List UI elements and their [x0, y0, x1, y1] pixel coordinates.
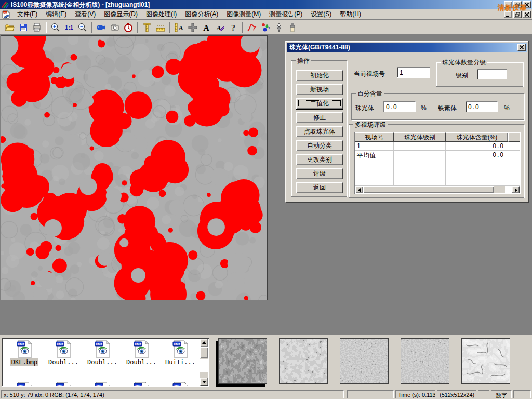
col-field: 视场号 — [355, 132, 394, 142]
file-browser[interactable]: BMP DKF.bmp BMP Doubl... — [2, 338, 209, 387]
level-input[interactable] — [477, 69, 507, 79]
file-vscrollbar[interactable] — [200, 339, 208, 386]
file-item-partial[interactable]: BMP — [122, 382, 161, 387]
file-item[interactable]: BMP Doubl... — [83, 340, 122, 366]
restore-button[interactable] — [513, 1, 522, 8]
close-button[interactable] — [523, 1, 531, 8]
text-measure-icon[interactable]: A — [172, 21, 186, 34]
file-item[interactable]: BMP DKF.bmp — [5, 340, 44, 366]
file-item-partial[interactable]: BMP — [83, 382, 122, 387]
thumbnail-4[interactable] — [401, 338, 449, 384]
pick-pearlite-button[interactable]: 点取珠光体 — [296, 126, 343, 137]
scroll-left-button[interactable] — [355, 186, 363, 193]
mdi-close-button[interactable] — [523, 11, 531, 18]
help-icon[interactable]: ? — [227, 21, 240, 34]
auto-classify-button[interactable]: 自动分类 — [296, 140, 343, 151]
current-field-input[interactable] — [397, 67, 430, 78]
file-item[interactable]: BMP HuiTi... — [161, 340, 200, 366]
thumbnail-3[interactable] — [340, 338, 389, 384]
classify-points-icon[interactable]: 23 — [259, 21, 272, 34]
dialog-close-button[interactable] — [517, 44, 526, 51]
file-name[interactable]: Doubl... — [47, 358, 79, 366]
percent-group: 百分含量 珠光体 % 铁素体 % — [351, 93, 524, 120]
initialize-button[interactable]: 初始化 — [296, 70, 343, 81]
thumbnail-5[interactable] — [461, 338, 510, 384]
file-item[interactable]: BMP Doubl... — [122, 340, 161, 366]
video-capture-icon[interactable] — [95, 21, 108, 34]
curve-tool-icon[interactable] — [245, 21, 259, 34]
ferrite-percent-input[interactable] — [466, 101, 498, 112]
menu-image-process[interactable]: 图像处理(I) — [142, 9, 181, 20]
edit-annotation-icon[interactable]: A — [213, 21, 227, 34]
zoom-out-icon[interactable] — [76, 21, 89, 34]
menu-image-measure[interactable]: 图像测量(M) — [222, 9, 265, 20]
caliper-measure-icon[interactable] — [140, 21, 154, 34]
menu-view[interactable]: 查看(V) — [71, 9, 100, 20]
svg-text:3: 3 — [268, 26, 270, 30]
rate-button[interactable]: 评级 — [296, 168, 343, 179]
grid-tool-icon[interactable] — [186, 21, 200, 34]
rating-table[interactable]: 视场号 珠光体级别 珠光体含量(%) 铁素体含量(%) 1 0.0 平均值 — [354, 132, 521, 194]
bmp-file-icon: BMP — [94, 340, 111, 358]
table-row-empty — [355, 168, 521, 177]
file-item-partial[interactable]: BMP — [5, 382, 44, 387]
scroll-down-button[interactable] — [200, 378, 208, 386]
svg-text:BMP: BMP — [96, 343, 102, 346]
file-name[interactable]: Doubl... — [125, 358, 157, 366]
return-button[interactable]: 返回 — [296, 182, 343, 193]
svg-text:1:1: 1:1 — [65, 24, 73, 31]
time-status: Time (s): 0.113 — [395, 390, 435, 398]
minimize-button[interactable] — [504, 1, 512, 8]
open-file-icon[interactable] — [3, 21, 17, 34]
new-field-button[interactable]: 新视场 — [296, 84, 343, 95]
thumbnail-2[interactable] — [279, 338, 328, 384]
menu-image-analysis[interactable]: 图像分析(A) — [181, 9, 222, 20]
table-row[interactable]: 平均值 0.0 — [355, 151, 521, 159]
menu-help[interactable]: 帮助(H) — [336, 9, 365, 20]
file-name[interactable]: Doubl... — [86, 358, 118, 366]
menu-image-display[interactable]: 图像显示(D) — [100, 9, 142, 20]
scroll-up-button[interactable] — [200, 339, 208, 347]
menu-measure-report[interactable]: 测量报告(P) — [265, 9, 307, 20]
binarize-button[interactable]: 二值化 — [296, 98, 343, 109]
file-item-partial[interactable]: BMP — [161, 382, 200, 387]
level-label: 级别 — [456, 71, 468, 80]
cell-pearlite: 0.0 — [446, 142, 508, 151]
file-item[interactable]: BMP Doubl... — [44, 340, 83, 366]
zoom-in-icon[interactable] — [49, 21, 62, 34]
dialog-title-bar[interactable]: 珠光体(GB/T9441-88) — [287, 43, 527, 52]
menu-edit[interactable]: 编辑(E) — [42, 9, 71, 20]
pen-tool-icon[interactable] — [272, 21, 286, 34]
thumbnail-1[interactable] — [218, 338, 267, 384]
hscroll-thumb[interactable] — [363, 186, 494, 193]
micrograph-image[interactable] — [1, 35, 268, 300]
actual-size-icon[interactable]: 1:1 — [62, 21, 76, 34]
text-label-icon[interactable]: A — [200, 21, 213, 34]
status-spacer — [513, 390, 531, 398]
ruler-measure-icon[interactable] — [154, 21, 167, 34]
mdi-restore-button[interactable] — [513, 11, 522, 18]
vscroll-thumb[interactable] — [200, 347, 208, 358]
correct-button[interactable]: 修正 — [296, 112, 343, 123]
table-row[interactable]: 1 0.0 — [355, 142, 521, 151]
cell-field: 平均值 — [355, 151, 394, 159]
menu-settings[interactable]: 设置(S) — [307, 9, 336, 20]
brush-tool-icon[interactable] — [286, 21, 299, 34]
mdi-minimize-button[interactable] — [504, 11, 512, 18]
save-icon[interactable] — [17, 21, 30, 34]
hscroll-track[interactable] — [494, 186, 512, 193]
table-hscrollbar[interactable] — [355, 186, 520, 193]
file-name[interactable]: DKF.bmp — [10, 358, 39, 366]
file-name[interactable]: HuiTi... — [164, 358, 196, 366]
camera-capture-icon[interactable] — [108, 21, 122, 34]
menu-file[interactable]: 文件(F) — [13, 9, 42, 20]
print-icon[interactable] — [30, 21, 44, 34]
file-item-partial[interactable]: BMP — [44, 382, 83, 387]
timer-clock-icon[interactable] — [122, 21, 135, 34]
change-class-button[interactable]: 更改类别 — [296, 154, 343, 165]
svg-text:?: ? — [231, 23, 235, 32]
pearlite-percent-input[interactable] — [383, 101, 416, 112]
svg-text:A: A — [203, 23, 209, 32]
scroll-right-button[interactable] — [512, 186, 520, 193]
table-row-empty — [355, 177, 521, 186]
